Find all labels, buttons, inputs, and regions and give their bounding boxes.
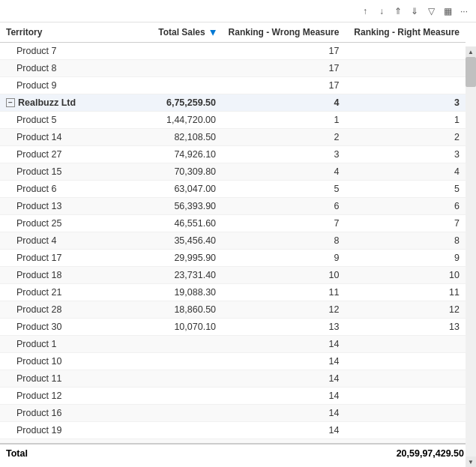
cell-wrong: 7 <box>222 215 345 232</box>
more-icon[interactable]: ··· <box>458 5 470 17</box>
col-sales-header[interactable]: Total Sales <box>124 22 222 43</box>
cell-territory: Product 14 <box>0 129 124 146</box>
table-icon[interactable]: ▦ <box>442 5 454 17</box>
cell-territory: Product 18 <box>0 267 124 284</box>
cell-territory: Product 15 <box>0 163 124 181</box>
cell-sales: 19,088.30 <box>124 284 222 301</box>
cell-sales: 1,44,720.00 <box>124 112 222 129</box>
table-row: Product 6 63,047.00 5 5 <box>0 181 466 198</box>
scrollbar-track[interactable]: ▲ ▼ <box>466 46 476 467</box>
cell-wrong: 14 <box>222 336 345 353</box>
cell-territory: Product 11 <box>0 370 124 388</box>
table-wrapper[interactable]: Territory Total Sales Ranking - Wrong Me… <box>0 22 476 443</box>
cell-territory: Product 9 <box>0 77 124 94</box>
table-container: Territory Total Sales Ranking - Wrong Me… <box>0 22 476 467</box>
cell-territory: Product 30 <box>0 319 124 336</box>
cell-group-sales: 6,75,259.50 <box>124 94 222 112</box>
cell-right: 10 <box>345 267 466 284</box>
cell-right <box>345 336 466 353</box>
cell-right <box>345 370 466 388</box>
cell-wrong: 13 <box>222 319 345 336</box>
scrollbar-up-arrow[interactable]: ▲ <box>466 46 476 57</box>
cell-territory: Product 4 <box>0 232 124 250</box>
cell-sales <box>124 422 222 439</box>
table-row: Product 25 46,551.60 7 7 <box>0 215 466 232</box>
table-row: Product 18 23,731.40 10 10 <box>0 267 466 284</box>
cell-sales <box>124 388 222 405</box>
table-row: Product 30 10,070.10 13 13 <box>0 319 466 336</box>
scrollbar-down-arrow[interactable]: ▼ <box>466 457 476 467</box>
footer-row: Total 20,59,97,429.50 <box>0 443 476 463</box>
col-territory-header: Territory <box>0 22 124 43</box>
table-row: Product 17 29,995.90 9 9 <box>0 250 466 267</box>
cell-wrong: 14 <box>222 405 345 422</box>
sort-desc-group-icon[interactable]: ⇓ <box>409 5 421 17</box>
cell-territory: Product 10 <box>0 353 124 370</box>
table-row: Product 9 17 <box>0 77 466 94</box>
cell-wrong: 1 <box>222 112 345 129</box>
cell-wrong: 17 <box>222 60 345 77</box>
sort-indicator <box>210 30 216 36</box>
toolbar: ↑ ↓ ⇑ ⇓ ▽ ▦ ··· <box>0 0 476 22</box>
scrollbar-thumb[interactable] <box>466 57 476 87</box>
cell-territory: Product 21 <box>0 284 124 301</box>
table-row: Product 12 14 <box>0 388 466 405</box>
table-row: Product 5 1,44,720.00 1 1 <box>0 112 466 129</box>
cell-group-wrong: 4 <box>222 94 345 112</box>
footer-label: Total <box>6 448 130 459</box>
cell-wrong: 8 <box>222 232 345 250</box>
cell-right: 1 <box>345 112 466 129</box>
cell-territory: Product 13 <box>0 198 124 215</box>
col-right-header: Ranking - Right Measure <box>345 22 466 43</box>
cell-group-right: 3 <box>345 94 466 112</box>
filter-icon[interactable]: ▽ <box>425 5 437 17</box>
table-row: Product 16 14 <box>0 405 466 422</box>
sort-desc-icon[interactable]: ↓ <box>376 5 388 17</box>
cell-sales <box>124 43 222 60</box>
cell-wrong: 10 <box>222 267 345 284</box>
cell-right <box>345 405 466 422</box>
cell-right <box>345 422 466 439</box>
cell-sales <box>124 405 222 422</box>
cell-right <box>345 353 466 370</box>
cell-right: 6 <box>345 198 466 215</box>
expand-icon[interactable]: − <box>6 98 15 107</box>
cell-sales <box>124 77 222 94</box>
cell-right: 4 <box>345 163 466 181</box>
cell-wrong: 6 <box>222 198 345 215</box>
cell-wrong: 14 <box>222 422 345 439</box>
cell-territory: Product 28 <box>0 301 124 319</box>
cell-right: 3 <box>345 146 466 163</box>
cell-wrong: 11 <box>222 284 345 301</box>
cell-group-territory: − Realbuzz Ltd <box>0 94 124 111</box>
sort-asc-icon[interactable]: ↑ <box>359 5 371 17</box>
cell-right <box>345 388 466 405</box>
cell-wrong: 3 <box>222 146 345 163</box>
cell-territory: Product 17 <box>0 250 124 267</box>
table-row: Product 15 70,309.80 4 4 <box>0 163 466 181</box>
cell-wrong: 9 <box>222 250 345 267</box>
table-row: Product 4 35,456.40 8 8 <box>0 232 466 250</box>
cell-territory: Product 25 <box>0 215 124 232</box>
cell-wrong: 17 <box>222 43 345 60</box>
table-row: Product 28 18,860.50 12 12 <box>0 301 466 319</box>
cell-wrong: 14 <box>222 370 345 388</box>
cell-territory: Product 7 <box>0 43 124 60</box>
cell-sales: 10,070.10 <box>124 319 222 336</box>
table-row: Product 21 19,088.30 11 11 <box>0 284 466 301</box>
cell-right <box>345 43 466 60</box>
table-row: Product 13 56,393.90 6 6 <box>0 198 466 215</box>
cell-wrong: 5 <box>222 181 345 198</box>
cell-sales: 56,393.90 <box>124 198 222 215</box>
table-row: Product 11 14 <box>0 370 466 388</box>
cell-sales: 29,995.90 <box>124 250 222 267</box>
cell-wrong: 2 <box>222 129 345 146</box>
cell-territory: Product 12 <box>0 388 124 405</box>
cell-sales: 18,860.50 <box>124 301 222 319</box>
sort-asc-group-icon[interactable]: ⇑ <box>392 5 404 17</box>
cell-wrong: 17 <box>222 77 345 94</box>
cell-territory: Product 5 <box>0 112 124 129</box>
cell-territory: Product 1 <box>0 336 124 353</box>
cell-right <box>345 60 466 77</box>
cell-right: 8 <box>345 232 466 250</box>
